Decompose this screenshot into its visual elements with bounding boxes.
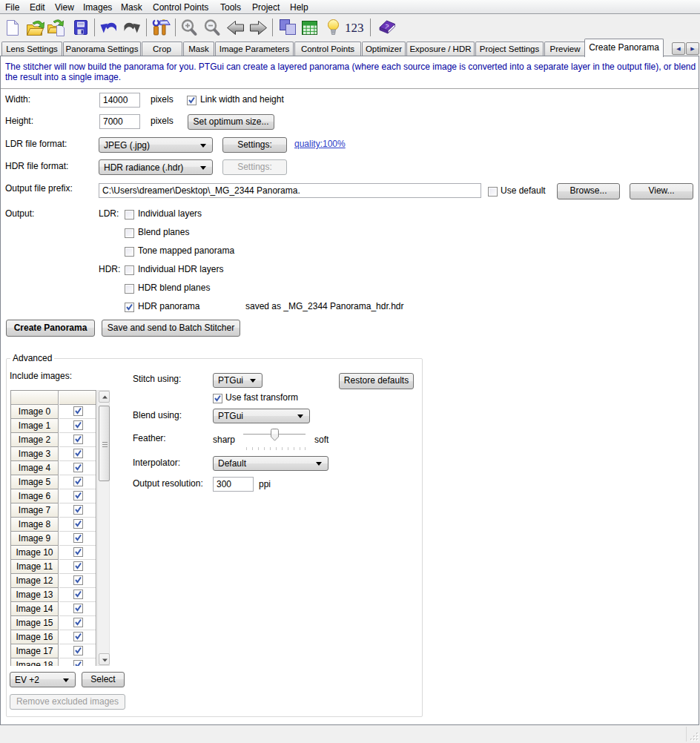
svg-text:123: 123 xyxy=(345,21,364,35)
